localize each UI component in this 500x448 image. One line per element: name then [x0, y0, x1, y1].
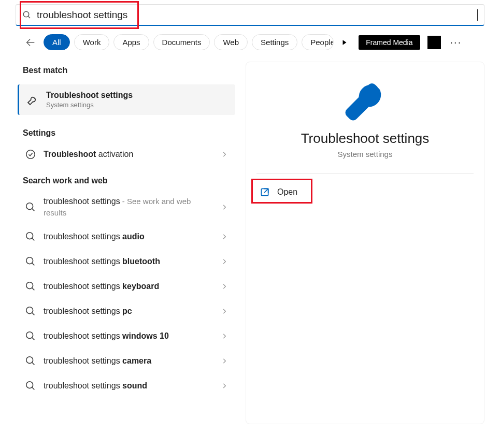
web-result-text: troubleshoot settings sound: [44, 380, 213, 392]
divider: [256, 173, 474, 174]
text-cursor: [477, 9, 478, 21]
search-bar[interactable]: troubleshoot settings: [16, 4, 484, 26]
filter-work[interactable]: Work: [74, 34, 110, 50]
svg-line-6: [32, 208, 35, 211]
web-result-1[interactable]: troubleshoot settings audio: [18, 224, 235, 249]
filter-people[interactable]: People: [302, 34, 334, 50]
web-result-7[interactable]: troubleshoot settings sound: [18, 373, 235, 398]
search-icon: [25, 231, 36, 242]
web-result-3[interactable]: troubleshoot settings keyboard: [18, 274, 235, 299]
search-icon: [25, 355, 36, 367]
search-icon: [25, 201, 36, 213]
results-column: Best match Troubleshoot settings System …: [18, 62, 235, 424]
search-icon: [25, 330, 36, 342]
more-options[interactable]: ···: [450, 36, 462, 48]
open-label: Open: [277, 187, 297, 197]
framed-media-chip[interactable]: Framed Media: [359, 35, 420, 50]
svg-line-18: [32, 363, 35, 365]
filter-documents[interactable]: Documents: [153, 34, 210, 50]
chevron-right-icon: [221, 308, 228, 315]
svg-point-9: [26, 257, 33, 264]
web-result-4[interactable]: troubleshoot settings pc: [18, 299, 235, 324]
best-match-text: Troubleshoot settings System settings: [46, 91, 133, 109]
preview-subtitle: System settings: [256, 150, 474, 158]
web-result-5[interactable]: troubleshoot settings windows 10: [18, 324, 235, 349]
svg-point-5: [26, 203, 33, 209]
svg-point-11: [26, 282, 33, 289]
preview-header: Troubleshoot settings System settings: [256, 78, 474, 158]
chevron-right-icon: [221, 204, 228, 211]
svg-line-20: [32, 387, 35, 390]
chevron-right-icon: [221, 382, 228, 389]
svg-point-15: [26, 332, 33, 339]
filter-row: All Work Apps Documents Web Settings Peo…: [0, 26, 500, 54]
best-match-title: Troubleshoot settings: [46, 91, 133, 100]
filter-settings[interactable]: Settings: [252, 34, 297, 50]
svg-point-4: [26, 150, 35, 159]
back-arrow-icon[interactable]: [25, 37, 36, 48]
wrench-icon: [26, 94, 39, 106]
web-result-text: troubleshoot settings bluetooth: [44, 256, 213, 267]
filter-all[interactable]: All: [44, 34, 70, 50]
svg-point-19: [26, 382, 33, 388]
svg-point-7: [26, 233, 33, 239]
web-result-text: troubleshoot settings audio: [44, 231, 213, 242]
chevron-right-icon: [221, 258, 228, 265]
chevron-right-icon: [221, 357, 228, 365]
web-result-2[interactable]: troubleshoot settings bluetooth: [18, 249, 235, 274]
open-external-icon: [260, 187, 270, 197]
chevron-right-icon: [221, 233, 228, 240]
search-icon: [25, 281, 36, 292]
svg-point-13: [26, 307, 33, 314]
web-results-list: troubleshoot settings - See work and web…: [18, 190, 235, 398]
svg-point-17: [26, 357, 33, 364]
search-input[interactable]: troubleshoot settings: [37, 9, 477, 21]
preview-title: Troubleshoot settings: [256, 131, 474, 147]
settings-result-text: Troubleshoot activation: [44, 150, 213, 159]
search-bar-wrapper: troubleshoot settings: [0, 0, 500, 26]
web-result-text: troubleshoot settings windows 10: [44, 330, 213, 342]
svg-point-0: [23, 11, 29, 17]
section-search-work-web: Search work and web: [18, 172, 235, 190]
search-icon: [25, 306, 36, 317]
filter-web[interactable]: Web: [214, 34, 248, 50]
svg-line-14: [32, 313, 35, 315]
web-result-text: troubleshoot settings keyboard: [44, 281, 213, 292]
web-result-6[interactable]: troubleshoot settings camera: [18, 349, 235, 373]
web-result-text: troubleshoot settings camera: [44, 355, 213, 367]
search-icon: [25, 256, 36, 267]
preview-pane: Troubleshoot settings System settings Op…: [246, 62, 484, 424]
search-icon: [25, 380, 36, 392]
svg-line-12: [32, 288, 35, 291]
web-result-0[interactable]: troubleshoot settings - See work and web…: [18, 190, 235, 224]
open-action[interactable]: Open: [256, 182, 345, 203]
filter-scroll-right[interactable]: [338, 36, 351, 49]
chevron-right-icon: [221, 333, 228, 340]
filter-apps[interactable]: Apps: [113, 34, 149, 50]
content-area: Best match Troubleshoot settings System …: [0, 54, 500, 424]
chevron-right-icon: [221, 151, 228, 158]
wrench-icon-large: [342, 78, 388, 123]
chevron-right-icon: [221, 283, 228, 290]
section-settings: Settings: [18, 124, 235, 142]
svg-line-16: [32, 338, 35, 340]
settings-result-troubleshoot-activation[interactable]: Troubleshoot activation: [18, 142, 235, 167]
svg-line-22: [264, 189, 268, 193]
triangle-right-icon: [341, 39, 348, 46]
search-icon: [22, 10, 32, 20]
svg-marker-3: [343, 40, 347, 45]
open-action-wrap: Open: [256, 182, 474, 203]
svg-line-1: [28, 16, 30, 18]
svg-line-10: [32, 263, 35, 266]
best-match-subtitle: System settings: [46, 101, 133, 109]
best-match-result[interactable]: Troubleshoot settings System settings: [18, 84, 235, 115]
account-square[interactable]: [427, 36, 441, 49]
check-circle-icon: [25, 149, 36, 160]
svg-line-8: [32, 238, 35, 241]
web-result-text: troubleshoot settings - See work and web…: [44, 196, 213, 218]
section-best-match: Best match: [18, 62, 235, 79]
web-result-text: troubleshoot settings pc: [44, 306, 213, 317]
